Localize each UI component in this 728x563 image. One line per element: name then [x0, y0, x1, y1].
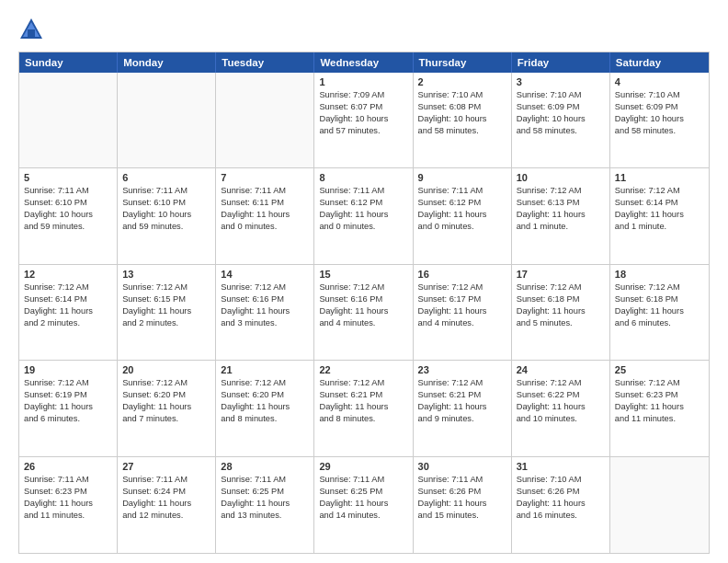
cell-info-line: Daylight: 11 hours	[517, 305, 605, 317]
cell-info-line: Sunset: 6:23 PM	[24, 486, 112, 498]
cell-info-line: Sunrise: 7:11 AM	[122, 185, 210, 197]
cell-info-line: Sunset: 6:13 PM	[517, 197, 605, 209]
cell-info-line: Daylight: 11 hours	[517, 401, 605, 413]
calendar-cell: 30Sunrise: 7:11 AMSunset: 6:26 PMDayligh…	[414, 457, 512, 553]
cell-info-line: and 13 minutes.	[221, 510, 309, 522]
cell-info-line: Sunrise: 7:12 AM	[319, 377, 407, 389]
cell-info-line: Sunrise: 7:10 AM	[615, 89, 704, 101]
cell-info-line: and 0 minutes.	[418, 221, 506, 233]
cell-info-line: and 9 minutes.	[418, 413, 506, 425]
cell-info-line: and 10 minutes.	[517, 413, 605, 425]
cell-info-line: Sunset: 6:16 PM	[319, 293, 407, 305]
cell-info-line: Sunset: 6:18 PM	[615, 293, 704, 305]
cell-info-line: Sunset: 6:12 PM	[418, 197, 506, 209]
cell-info-line: Sunrise: 7:12 AM	[418, 377, 506, 389]
cell-info-line: Sunset: 6:20 PM	[122, 389, 210, 401]
cell-info-line: and 11 minutes.	[615, 413, 704, 425]
cell-info-line: and 6 minutes.	[24, 413, 112, 425]
cell-info-line: Sunrise: 7:12 AM	[615, 377, 704, 389]
header-day-friday: Friday	[512, 52, 610, 73]
calendar: SundayMondayTuesdayWednesdayThursdayFrid…	[18, 52, 710, 554]
cell-info-line: Sunrise: 7:12 AM	[517, 185, 605, 197]
calendar-cell: 27Sunrise: 7:11 AMSunset: 6:24 PMDayligh…	[118, 457, 216, 553]
day-number: 11	[615, 172, 704, 183]
cell-info-line: Sunrise: 7:12 AM	[122, 377, 210, 389]
calendar-cell: 22Sunrise: 7:12 AMSunset: 6:21 PMDayligh…	[314, 361, 413, 455]
day-number: 2	[418, 76, 506, 87]
cell-info-line: Sunrise: 7:12 AM	[517, 377, 605, 389]
cell-info-line: Daylight: 10 hours	[24, 209, 112, 221]
calendar-cell: 16Sunrise: 7:12 AMSunset: 6:17 PMDayligh…	[414, 265, 512, 360]
day-number: 5	[24, 172, 112, 183]
cell-info-line: and 59 minutes.	[122, 221, 210, 233]
cell-info-line: Sunset: 6:22 PM	[517, 389, 605, 401]
cell-info-line: Sunset: 6:14 PM	[24, 293, 112, 305]
day-number: 24	[517, 364, 605, 375]
cell-info-line: Daylight: 11 hours	[122, 401, 210, 413]
cell-info-line: Sunset: 6:08 PM	[418, 101, 506, 113]
header-day-thursday: Thursday	[414, 52, 512, 73]
header-day-tuesday: Tuesday	[216, 52, 314, 73]
day-number: 16	[418, 269, 506, 280]
cell-info-line: Sunrise: 7:12 AM	[122, 282, 210, 293]
header-day-wednesday: Wednesday	[314, 52, 413, 73]
cell-info-line: Daylight: 11 hours	[418, 401, 506, 413]
cell-info-line: Sunset: 6:21 PM	[418, 389, 506, 401]
cell-info-line: Sunset: 6:16 PM	[221, 293, 309, 305]
calendar-cell: 24Sunrise: 7:12 AMSunset: 6:22 PMDayligh…	[512, 361, 610, 455]
cell-info-line: Daylight: 11 hours	[221, 305, 309, 317]
page-header	[18, 17, 710, 42]
cell-info-line: Daylight: 10 hours	[122, 209, 210, 221]
day-number: 22	[319, 364, 407, 375]
calendar-header: SundayMondayTuesdayWednesdayThursdayFrid…	[19, 52, 709, 73]
cell-info-line: and 8 minutes.	[319, 413, 407, 425]
calendar-cell: 26Sunrise: 7:11 AMSunset: 6:23 PMDayligh…	[19, 457, 118, 553]
cell-info-line: Daylight: 11 hours	[122, 305, 210, 317]
cell-info-line: Sunset: 6:07 PM	[319, 101, 407, 113]
cell-info-line: Sunrise: 7:12 AM	[319, 282, 407, 293]
calendar-cell	[216, 73, 314, 167]
cell-info-line: Daylight: 10 hours	[418, 113, 506, 125]
day-number: 13	[122, 269, 210, 280]
day-number: 21	[221, 364, 309, 375]
cell-info-line: Sunrise: 7:11 AM	[319, 185, 407, 197]
cell-info-line: Sunrise: 7:12 AM	[615, 282, 704, 293]
cell-info-line: and 58 minutes.	[615, 125, 704, 137]
cell-info-line: Sunset: 6:14 PM	[615, 197, 704, 209]
cell-info-line: and 59 minutes.	[24, 221, 112, 233]
cell-info-line: Sunrise: 7:11 AM	[418, 185, 506, 197]
cell-info-line: Sunset: 6:11 PM	[221, 197, 309, 209]
cell-info-line: Sunrise: 7:12 AM	[418, 282, 506, 293]
calendar-cell: 23Sunrise: 7:12 AMSunset: 6:21 PMDayligh…	[414, 361, 512, 455]
calendar-cell: 28Sunrise: 7:11 AMSunset: 6:25 PMDayligh…	[216, 457, 314, 553]
calendar-row: 26Sunrise: 7:11 AMSunset: 6:23 PMDayligh…	[19, 457, 709, 553]
cell-info-line: Sunset: 6:26 PM	[418, 486, 506, 498]
calendar-row: 5Sunrise: 7:11 AMSunset: 6:10 PMDaylight…	[19, 168, 709, 264]
cell-info-line: Sunset: 6:20 PM	[221, 389, 309, 401]
cell-info-line: Sunrise: 7:12 AM	[24, 377, 112, 389]
day-number: 30	[418, 461, 506, 472]
calendar-cell: 10Sunrise: 7:12 AMSunset: 6:13 PMDayligh…	[512, 168, 610, 263]
cell-info-line: Sunrise: 7:11 AM	[24, 474, 112, 486]
logo	[18, 17, 48, 42]
cell-info-line: and 0 minutes.	[221, 221, 309, 233]
calendar-cell: 12Sunrise: 7:12 AMSunset: 6:14 PMDayligh…	[19, 265, 118, 360]
calendar-cell: 6Sunrise: 7:11 AMSunset: 6:10 PMDaylight…	[118, 168, 216, 263]
cell-info-line: Sunrise: 7:11 AM	[418, 474, 506, 486]
cell-info-line: and 2 minutes.	[24, 317, 112, 329]
cell-info-line: Sunrise: 7:10 AM	[418, 89, 506, 101]
cell-info-line: and 57 minutes.	[319, 125, 407, 137]
calendar-cell: 3Sunrise: 7:10 AMSunset: 6:09 PMDaylight…	[512, 73, 610, 167]
cell-info-line: Daylight: 11 hours	[418, 209, 506, 221]
day-number: 15	[319, 269, 407, 280]
cell-info-line: Sunset: 6:17 PM	[418, 293, 506, 305]
cell-info-line: Daylight: 11 hours	[517, 498, 605, 510]
calendar-cell: 25Sunrise: 7:12 AMSunset: 6:23 PMDayligh…	[610, 361, 709, 455]
cell-info-line: and 8 minutes.	[221, 413, 309, 425]
day-number: 8	[319, 172, 407, 183]
cell-info-line: Daylight: 11 hours	[221, 498, 309, 510]
cell-info-line: Sunrise: 7:12 AM	[24, 282, 112, 293]
calendar-cell: 31Sunrise: 7:10 AMSunset: 6:26 PMDayligh…	[512, 457, 610, 553]
cell-info-line: Sunset: 6:09 PM	[615, 101, 704, 113]
calendar-cell: 8Sunrise: 7:11 AMSunset: 6:12 PMDaylight…	[314, 168, 413, 263]
